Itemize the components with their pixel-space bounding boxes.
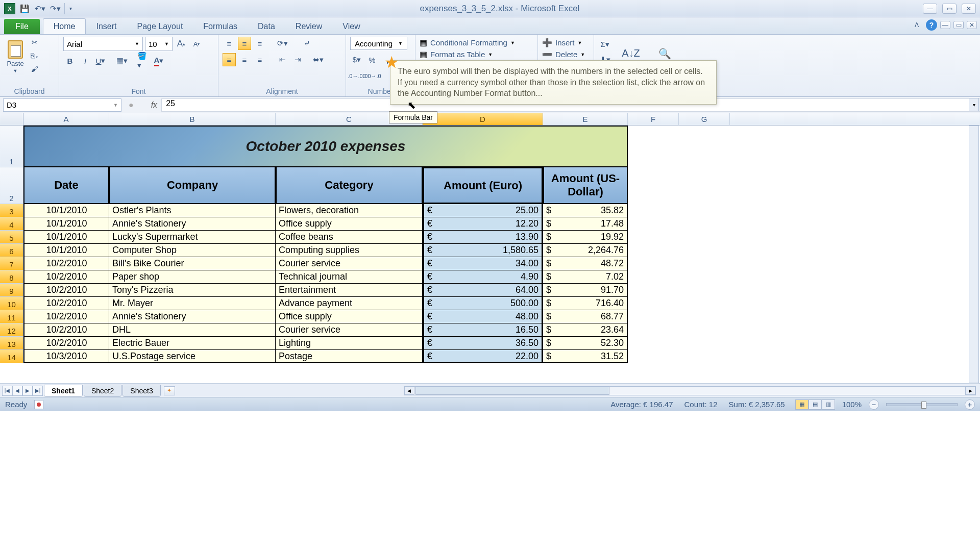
row-header[interactable]: 4 — [0, 217, 23, 231]
insert-cells-button[interactable]: ➕ Insert▼ — [542, 38, 582, 47]
cell-date[interactable]: 10/2/2010 — [23, 270, 109, 284]
cell-date[interactable]: 10/2/2010 — [23, 297, 109, 310]
cell-category[interactable]: Office supply — [276, 217, 423, 231]
save-icon[interactable]: 💾 — [18, 3, 31, 14]
row-header-1[interactable]: 1 — [0, 126, 23, 167]
cell-euro[interactable]: €34.00 — [423, 257, 543, 270]
select-all-corner[interactable] — [0, 113, 23, 125]
sheet-tab-1[interactable]: Sheet1 — [44, 385, 83, 397]
cell-euro[interactable]: €64.00 — [423, 284, 543, 297]
cell-company[interactable]: DHL — [109, 323, 276, 337]
cell-category[interactable]: Advance payment — [276, 297, 423, 310]
cell-date[interactable]: 10/2/2010 — [23, 257, 109, 270]
new-sheet-icon[interactable]: ✦ — [164, 386, 175, 395]
increase-decimal-icon[interactable]: .0→.00 — [350, 69, 363, 83]
header-euro[interactable]: Amount (Euro) — [423, 167, 543, 204]
cut-icon[interactable]: ✂ — [29, 37, 41, 48]
doc-restore-icon[interactable]: ▭ — [953, 21, 964, 29]
zoom-slider[interactable] — [886, 403, 958, 406]
doc-close-icon[interactable]: ✕ — [967, 21, 977, 29]
row-header[interactable]: 11 — [0, 310, 23, 323]
sheet-tab-3[interactable]: Sheet3 — [122, 385, 160, 397]
cell-usd[interactable]: $716.40 — [543, 297, 628, 310]
close-button[interactable]: ✕ — [962, 4, 976, 14]
sheet-first-icon[interactable]: |◀ — [2, 386, 12, 396]
cell-date[interactable]: 10/1/2010 — [23, 231, 109, 244]
page-layout-view-icon[interactable]: ▤ — [808, 399, 822, 410]
col-header-A[interactable]: A — [23, 113, 109, 125]
cell-category[interactable]: Computing supplies — [276, 244, 423, 257]
cell-usd[interactable]: $91.70 — [543, 284, 628, 297]
cell-euro[interactable]: €48.00 — [423, 310, 543, 323]
header-usd[interactable]: Amount (US-Dollar) — [543, 167, 628, 204]
underline-button[interactable]: U▾ — [94, 54, 107, 67]
col-header-B[interactable]: B — [109, 113, 276, 125]
decrease-font-icon[interactable]: A▾ — [190, 37, 203, 51]
cell-usd[interactable]: $68.77 — [543, 310, 628, 323]
cell-category[interactable]: Postage — [276, 350, 423, 363]
italic-button[interactable]: I — [79, 54, 92, 67]
cell-euro[interactable]: €13.90 — [423, 231, 543, 244]
cell-date[interactable]: 10/2/2010 — [23, 284, 109, 297]
accounting-format-icon[interactable]: $▾ — [350, 53, 363, 66]
header-date[interactable]: Date — [23, 167, 109, 204]
delete-cells-button[interactable]: ➖ Delete▼ — [542, 49, 585, 59]
cell-category[interactable]: Entertainment — [276, 284, 423, 297]
col-header-F[interactable]: F — [628, 113, 679, 125]
cell-usd[interactable]: $23.64 — [543, 323, 628, 337]
tab-review[interactable]: Review — [285, 19, 332, 34]
fill-color-button[interactable]: 🪣▾ — [137, 54, 150, 67]
tab-home[interactable]: Home — [43, 18, 86, 34]
minimize-button[interactable]: — — [923, 4, 937, 14]
cell-euro[interactable]: €500.00 — [423, 297, 543, 310]
font-size-select[interactable]: 10▼ — [145, 37, 173, 51]
decrease-decimal-icon[interactable]: .00→.0 — [365, 69, 379, 83]
row-header[interactable]: 7 — [0, 257, 23, 270]
cell-company[interactable]: Mr. Mayer — [109, 297, 276, 310]
row-header[interactable]: 5 — [0, 231, 23, 244]
qat-customize-icon[interactable]: ▾ — [64, 3, 77, 14]
normal-view-icon[interactable]: ▦ — [795, 399, 808, 410]
cell-usd[interactable]: $48.72 — [543, 257, 628, 270]
cell-euro[interactable]: €36.50 — [423, 337, 543, 350]
doc-minimize-icon[interactable]: — — [940, 21, 950, 29]
cell-usd[interactable]: $35.82 — [543, 204, 628, 217]
align-right-icon[interactable]: ≡ — [253, 53, 266, 66]
align-center-icon[interactable]: ≡ — [238, 53, 251, 66]
cell-usd[interactable]: $7.02 — [543, 270, 628, 284]
increase-font-icon[interactable]: A▴ — [175, 37, 188, 51]
redo-icon[interactable]: ↷▾ — [49, 3, 61, 14]
cell-euro[interactable]: €12.20 — [423, 217, 543, 231]
cell-euro[interactable]: €1,580.65 — [423, 244, 543, 257]
tab-data[interactable]: Data — [248, 19, 285, 34]
cell-company[interactable]: Annie's Stationery — [109, 217, 276, 231]
sheet-last-icon[interactable]: ▶| — [33, 386, 43, 396]
sheet-prev-icon[interactable]: ◀ — [12, 386, 22, 396]
sheet-next-icon[interactable]: ▶ — [22, 386, 33, 396]
cell-company[interactable]: Annie's Stationery — [109, 310, 276, 323]
row-header[interactable]: 14 — [0, 350, 23, 363]
hscroll-right-icon[interactable]: ▶ — [965, 387, 975, 395]
name-box[interactable]: D3▼ — [3, 98, 121, 112]
cell-category[interactable]: Office supply — [276, 310, 423, 323]
cell-category[interactable]: Courier service — [276, 257, 423, 270]
font-color-button[interactable]: A▾ — [152, 54, 165, 67]
row-header-2[interactable]: 2 — [0, 167, 23, 204]
fx-icon[interactable]: fx — [147, 101, 161, 110]
format-as-table-button[interactable]: ▦ Format as Table▼ — [420, 49, 493, 59]
cell-company[interactable]: U.S.Postage service — [109, 350, 276, 363]
cell-company[interactable]: Electric Bauer — [109, 337, 276, 350]
cell-company[interactable]: Ostler's Plants — [109, 204, 276, 217]
cell-company[interactable]: Tony's Pizzeria — [109, 284, 276, 297]
cell-usd[interactable]: $19.92 — [543, 231, 628, 244]
row-header[interactable]: 6 — [0, 244, 23, 257]
cell-date[interactable]: 10/3/2010 — [23, 350, 109, 363]
row-header[interactable]: 12 — [0, 323, 23, 337]
row-header[interactable]: 3 — [0, 204, 23, 217]
paste-button[interactable]: Paste ▼ — [4, 37, 27, 77]
cell-euro[interactable]: €16.50 — [423, 323, 543, 337]
cell-date[interactable]: 10/1/2010 — [23, 204, 109, 217]
header-category[interactable]: Category — [276, 167, 423, 204]
row-header[interactable]: 9 — [0, 284, 23, 297]
tab-formulas[interactable]: Formulas — [193, 19, 248, 34]
